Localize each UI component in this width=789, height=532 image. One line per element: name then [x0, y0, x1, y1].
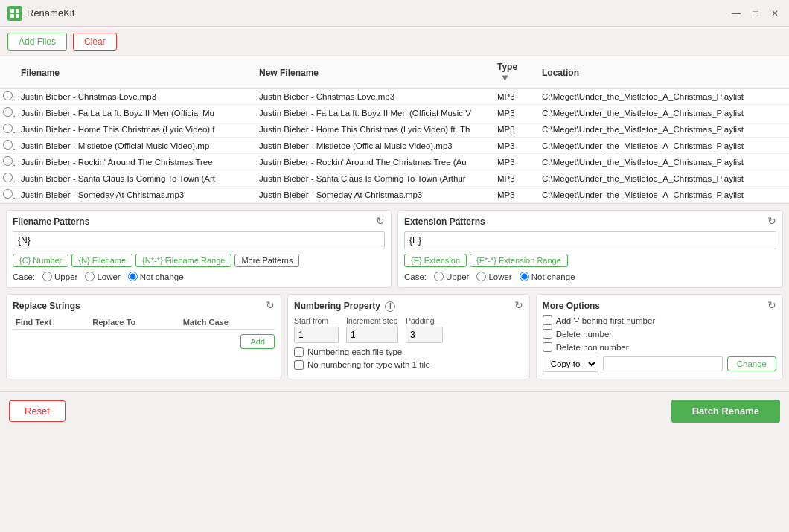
row-radio-cell[interactable]	[0, 138, 15, 154]
filename-case-nochange[interactable]: Not change	[128, 272, 184, 281]
row-radio[interactable]	[3, 156, 13, 166]
row-radio[interactable]	[3, 173, 13, 182]
reset-button[interactable]: Reset	[9, 400, 66, 422]
replace-strings-refresh[interactable]: ↻	[266, 299, 275, 311]
numbering-property-refresh[interactable]: ↻	[514, 299, 523, 311]
col-filename: Filename	[15, 57, 253, 89]
increment-step-label: Increment step	[346, 316, 398, 325]
row-new-filename: Justin Bieber - Santa Claus Is Coming To…	[253, 170, 491, 187]
increment-step-field: Increment step	[346, 316, 398, 343]
extension-case-label: Case:	[404, 272, 427, 281]
copy-to-select[interactable]: Copy to Move to	[543, 356, 598, 372]
no-numbering-check: No numbering for type with 1 file	[294, 360, 523, 370]
filename-pattern-button[interactable]: {N} Filename	[71, 254, 132, 267]
table-row[interactable]: Justin Bieber - Someday At Christmas.mp3…	[0, 187, 789, 203]
filename-pattern-input[interactable]	[13, 231, 385, 249]
row-location: C:\Meget\Under_the_Mistletoe_A_Christmas…	[536, 187, 789, 203]
row-filename: Justin Bieber - Fa La La ft. Boyz II Men…	[15, 105, 253, 121]
filename-case-upper[interactable]: Upper	[42, 272, 77, 281]
start-from-input[interactable]	[294, 327, 339, 343]
row-type: MP3	[491, 89, 536, 105]
copy-to-row: Copy to Move to Change	[543, 356, 776, 372]
col-type: Type ▼	[491, 57, 536, 89]
filename-case-row: Case: Upper Lower Not change	[13, 272, 385, 281]
ext-range-button[interactable]: {E*-*} Extension Range	[470, 254, 568, 267]
filename-patterns-refresh[interactable]: ↻	[376, 215, 385, 227]
row-radio-cell[interactable]	[0, 89, 15, 105]
footer: Reset Batch Rename	[0, 391, 789, 430]
add-replace-button[interactable]: Add	[240, 334, 275, 349]
delete-number-checkbox[interactable]	[543, 329, 552, 339]
row-radio[interactable]	[3, 91, 13, 100]
more-patterns-button[interactable]: More Patterns	[234, 254, 299, 267]
row-radio[interactable]	[3, 124, 13, 133]
row-new-filename: Justin Bieber - Someday At Christmas.mp3	[253, 187, 491, 203]
table-row[interactable]: Justin Bieber - Fa La La ft. Boyz II Men…	[0, 105, 789, 121]
row-radio[interactable]	[3, 107, 13, 117]
number-pattern-button[interactable]: {C} Number	[13, 254, 68, 267]
add-dash-label: Add '-' behind first number	[556, 316, 656, 325]
more-options-refresh[interactable]: ↻	[767, 299, 776, 311]
row-radio-cell[interactable]	[0, 170, 15, 187]
table-row[interactable]: Justin Bieber - Santa Claus Is Coming To…	[0, 170, 789, 187]
delete-number-label: Delete number	[556, 330, 612, 339]
filename-range-pattern-button[interactable]: {N*-*} Filename Range	[135, 254, 231, 267]
row-radio-cell[interactable]	[0, 187, 15, 203]
col-replace-to: Replace To	[89, 315, 179, 330]
app-title: RenameKit	[27, 7, 729, 19]
close-button[interactable]: ✕	[768, 8, 782, 19]
start-from-label: Start from	[294, 316, 339, 325]
numbering-each-file-type-checkbox[interactable]	[294, 347, 304, 357]
extension-case-nochange[interactable]: Not change	[520, 272, 575, 281]
maximize-button[interactable]: □	[749, 8, 762, 19]
row-location: C:\Meget\Under_the_Mistletoe_A_Christmas…	[536, 138, 789, 154]
change-button[interactable]: Change	[727, 356, 776, 371]
filename-case-lower[interactable]: Lower	[85, 272, 120, 281]
add-files-button[interactable]: Add Files	[7, 33, 67, 51]
row-radio-cell[interactable]	[0, 121, 15, 138]
row-new-filename: Justin Bieber - Fa La La ft. Boyz II Men…	[253, 105, 491, 121]
numbering-info-icon[interactable]: i	[385, 301, 395, 312]
padding-label: Padding	[406, 316, 443, 325]
minimize-button[interactable]: —	[729, 8, 743, 19]
numbering-each-file-type-check: Numbering each file type	[294, 347, 523, 357]
panel-row-2: Replace Strings ↻ Find Text Replace To M…	[6, 294, 783, 379]
padding-input[interactable]	[406, 327, 443, 343]
delete-number-check: Delete number	[543, 329, 776, 339]
row-type: MP3	[491, 105, 536, 121]
filter-icon[interactable]: ▼	[500, 72, 510, 83]
extension-patterns-title: Extension Patterns	[404, 217, 776, 227]
filename-patterns-panel: Filename Patterns ↻ {C} Number {N} Filen…	[6, 210, 392, 288]
svg-rect-0	[10, 9, 14, 13]
ext-extension-button[interactable]: {E} Extension	[404, 254, 467, 267]
no-numbering-checkbox[interactable]	[294, 360, 304, 370]
extension-case-upper[interactable]: Upper	[434, 272, 469, 281]
table-row[interactable]: Justin Bieber - Home This Christmas (Lyr…	[0, 121, 789, 138]
row-radio-cell[interactable]	[0, 105, 15, 121]
extension-pattern-input[interactable]	[404, 231, 776, 249]
extension-patterns-refresh[interactable]: ↻	[767, 215, 776, 227]
clear-button[interactable]: Clear	[73, 33, 117, 51]
row-radio-cell[interactable]	[0, 154, 15, 170]
row-filename: Justin Bieber - Mistletoe (Official Musi…	[15, 138, 253, 154]
add-dash-check: Add '-' behind first number	[543, 315, 776, 325]
row-new-filename: Justin Bieber - Mistletoe (Official Musi…	[253, 138, 491, 154]
delete-non-number-checkbox[interactable]	[543, 342, 552, 352]
row-location: C:\Meget\Under_the_Mistletoe_A_Christmas…	[536, 89, 789, 105]
row-new-filename: Justin Bieber - Home This Christmas (Lyr…	[253, 121, 491, 138]
add-dash-checkbox[interactable]	[543, 315, 552, 325]
table-row[interactable]: Justin Bieber - Mistletoe (Official Musi…	[0, 138, 789, 154]
row-radio[interactable]	[3, 189, 13, 199]
panel-row-1: Filename Patterns ↻ {C} Number {N} Filen…	[6, 210, 783, 288]
copy-to-input[interactable]	[603, 356, 723, 371]
table-row[interactable]: Justin Bieber - Christmas Love.mp3 Justi…	[0, 89, 789, 105]
numbering-fields: Start from Increment step Padding	[294, 316, 523, 343]
extension-pattern-buttons: {E} Extension {E*-*} Extension Range	[404, 254, 776, 267]
table-row[interactable]: Justin Bieber - Rockin' Around The Chris…	[0, 154, 789, 170]
batch-rename-button[interactable]: Batch Rename	[671, 400, 780, 423]
increment-step-input[interactable]	[346, 327, 398, 343]
row-radio[interactable]	[3, 140, 13, 150]
extension-case-lower[interactable]: Lower	[476, 272, 511, 281]
row-filename: Justin Bieber - Someday At Christmas.mp3	[15, 187, 253, 203]
row-type: MP3	[491, 187, 536, 203]
